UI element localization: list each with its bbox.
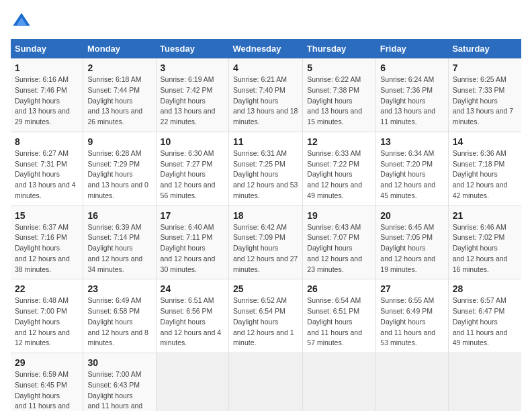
day-number: 16 [87, 210, 151, 221]
calendar-cell: 16Sunrise: 6:39 AMSunset: 7:14 PMDayligh… [83, 205, 156, 279]
day-info: Sunrise: 6:54 AMSunset: 6:51 PMDaylight … [307, 295, 371, 349]
day-number: 26 [307, 283, 371, 294]
day-info: Sunrise: 6:27 AMSunset: 7:31 PMDaylight … [15, 148, 79, 201]
day-info: Sunrise: 6:34 AMSunset: 7:20 PMDaylight … [380, 148, 443, 201]
day-number: 21 [453, 210, 517, 221]
day-number: 15 [15, 210, 79, 221]
day-info: Sunrise: 6:57 AMSunset: 6:47 PMDaylight … [453, 295, 517, 349]
day-number: 1 [15, 62, 79, 73]
calendar-cell: 6Sunrise: 6:24 AMSunset: 7:36 PMDaylight… [376, 58, 448, 132]
calendar-cell: 28Sunrise: 6:57 AMSunset: 6:47 PMDayligh… [448, 279, 521, 353]
day-number: 9 [87, 136, 151, 147]
day-info: Sunrise: 6:31 AMSunset: 7:25 PMDaylight … [233, 148, 298, 201]
calendar-week-row: 29Sunrise: 6:59 AMSunset: 6:45 PMDayligh… [11, 353, 521, 412]
calendar-cell: 25Sunrise: 6:52 AMSunset: 6:54 PMDayligh… [229, 279, 303, 353]
calendar-cell: 20Sunrise: 6:45 AMSunset: 7:05 PMDayligh… [376, 205, 448, 279]
day-info: Sunrise: 6:28 AMSunset: 7:29 PMDaylight … [87, 148, 151, 201]
day-info: Sunrise: 6:22 AMSunset: 7:38 PMDaylight … [307, 75, 371, 128]
day-info: Sunrise: 6:48 AMSunset: 7:00 PMDaylight … [15, 295, 79, 349]
day-info: Sunrise: 6:42 AMSunset: 7:09 PMDaylight … [233, 222, 298, 275]
day-info: Sunrise: 6:49 AMSunset: 6:58 PMDaylight … [87, 295, 151, 349]
day-number: 8 [15, 136, 79, 147]
calendar-cell [156, 353, 228, 412]
calendar-cell: 18Sunrise: 6:42 AMSunset: 7:09 PMDayligh… [229, 205, 303, 279]
day-info: Sunrise: 6:43 AMSunset: 7:07 PMDaylight … [307, 222, 371, 275]
calendar-cell: 5Sunrise: 6:22 AMSunset: 7:38 PMDaylight… [303, 58, 376, 132]
day-info: Sunrise: 6:16 AMSunset: 7:46 PMDaylight … [15, 75, 79, 128]
day-info: Sunrise: 6:37 AMSunset: 7:16 PMDaylight … [15, 222, 79, 275]
logo-icon [11, 11, 32, 32]
day-info: Sunrise: 6:18 AMSunset: 7:44 PMDaylight … [87, 75, 151, 128]
day-info: Sunrise: 6:39 AMSunset: 7:14 PMDaylight … [87, 222, 151, 275]
calendar-cell: 11Sunrise: 6:31 AMSunset: 7:25 PMDayligh… [229, 132, 303, 205]
calendar-cell [303, 353, 376, 412]
calendar-cell: 24Sunrise: 6:51 AMSunset: 6:56 PMDayligh… [156, 279, 228, 353]
weekday-header-friday: Friday [376, 39, 448, 58]
logo [11, 11, 35, 32]
day-info: Sunrise: 6:21 AMSunset: 7:40 PMDaylight … [233, 75, 298, 128]
calendar-cell: 10Sunrise: 6:30 AMSunset: 7:27 PMDayligh… [156, 132, 228, 205]
day-number: 30 [87, 357, 151, 368]
day-number: 25 [233, 283, 298, 294]
day-info: Sunrise: 6:19 AMSunset: 7:42 PMDaylight … [161, 75, 224, 128]
day-number: 20 [380, 210, 443, 221]
calendar-cell: 9Sunrise: 6:28 AMSunset: 7:29 PMDaylight… [83, 132, 156, 205]
calendar-week-row: 15Sunrise: 6:37 AMSunset: 7:16 PMDayligh… [11, 205, 521, 279]
day-info: Sunrise: 6:33 AMSunset: 7:22 PMDaylight … [307, 148, 371, 201]
day-info: Sunrise: 7:00 AMSunset: 6:43 PMDaylight … [87, 369, 151, 411]
calendar-cell [448, 353, 521, 412]
day-number: 29 [15, 357, 79, 368]
day-number: 7 [453, 62, 517, 73]
calendar-week-row: 22Sunrise: 6:48 AMSunset: 7:00 PMDayligh… [11, 279, 521, 353]
day-info: Sunrise: 6:51 AMSunset: 6:56 PMDaylight … [161, 295, 224, 349]
calendar-cell: 4Sunrise: 6:21 AMSunset: 7:40 PMDaylight… [229, 58, 303, 132]
calendar-week-row: 1Sunrise: 6:16 AMSunset: 7:46 PMDaylight… [11, 58, 521, 132]
day-number: 23 [87, 283, 151, 294]
calendar-cell: 15Sunrise: 6:37 AMSunset: 7:16 PMDayligh… [11, 205, 83, 279]
calendar-cell [376, 353, 448, 412]
calendar-cell: 30Sunrise: 7:00 AMSunset: 6:43 PMDayligh… [83, 353, 156, 412]
day-number: 17 [161, 210, 224, 221]
day-number: 27 [380, 283, 443, 294]
day-number: 2 [87, 62, 151, 73]
weekday-header-sunday: Sunday [11, 39, 83, 58]
calendar-cell: 1Sunrise: 6:16 AMSunset: 7:46 PMDaylight… [11, 58, 83, 132]
calendar-cell: 23Sunrise: 6:49 AMSunset: 6:58 PMDayligh… [83, 279, 156, 353]
day-number: 14 [453, 136, 517, 147]
calendar-cell: 8Sunrise: 6:27 AMSunset: 7:31 PMDaylight… [11, 132, 83, 205]
day-number: 13 [380, 136, 443, 147]
calendar-cell [229, 353, 303, 412]
day-info: Sunrise: 6:36 AMSunset: 7:18 PMDaylight … [453, 148, 517, 201]
day-number: 28 [453, 283, 517, 294]
day-number: 5 [307, 62, 371, 73]
day-number: 24 [161, 283, 224, 294]
calendar-table: SundayMondayTuesdayWednesdayThursdayFrid… [11, 39, 521, 411]
calendar-cell: 21Sunrise: 6:46 AMSunset: 7:02 PMDayligh… [448, 205, 521, 279]
calendar-cell: 17Sunrise: 6:40 AMSunset: 7:11 PMDayligh… [156, 205, 228, 279]
calendar-cell: 27Sunrise: 6:55 AMSunset: 6:49 PMDayligh… [376, 279, 448, 353]
day-number: 22 [15, 283, 79, 294]
day-number: 19 [307, 210, 371, 221]
weekday-header-wednesday: Wednesday [229, 39, 303, 58]
weekday-header-tuesday: Tuesday [156, 39, 228, 58]
calendar-week-row: 8Sunrise: 6:27 AMSunset: 7:31 PMDaylight… [11, 132, 521, 205]
day-number: 10 [161, 136, 224, 147]
calendar-cell: 3Sunrise: 6:19 AMSunset: 7:42 PMDaylight… [156, 58, 228, 132]
day-number: 18 [233, 210, 298, 221]
day-number: 12 [307, 136, 371, 147]
calendar-cell: 26Sunrise: 6:54 AMSunset: 6:51 PMDayligh… [303, 279, 376, 353]
weekday-header-saturday: Saturday [448, 39, 521, 58]
day-info: Sunrise: 6:45 AMSunset: 7:05 PMDaylight … [380, 222, 443, 275]
calendar-cell: 29Sunrise: 6:59 AMSunset: 6:45 PMDayligh… [11, 353, 83, 412]
calendar-cell: 13Sunrise: 6:34 AMSunset: 7:20 PMDayligh… [376, 132, 448, 205]
day-info: Sunrise: 6:55 AMSunset: 6:49 PMDaylight … [380, 295, 443, 349]
day-number: 11 [233, 136, 298, 147]
day-info: Sunrise: 6:59 AMSunset: 6:45 PMDaylight … [15, 369, 79, 411]
weekday-header-thursday: Thursday [303, 39, 376, 58]
day-info: Sunrise: 6:52 AMSunset: 6:54 PMDaylight … [233, 295, 298, 349]
calendar-cell: 22Sunrise: 6:48 AMSunset: 7:00 PMDayligh… [11, 279, 83, 353]
calendar-header-row: SundayMondayTuesdayWednesdayThursdayFrid… [11, 39, 521, 58]
day-number: 6 [380, 62, 443, 73]
day-info: Sunrise: 6:30 AMSunset: 7:27 PMDaylight … [161, 148, 224, 201]
day-info: Sunrise: 6:46 AMSunset: 7:02 PMDaylight … [453, 222, 517, 275]
